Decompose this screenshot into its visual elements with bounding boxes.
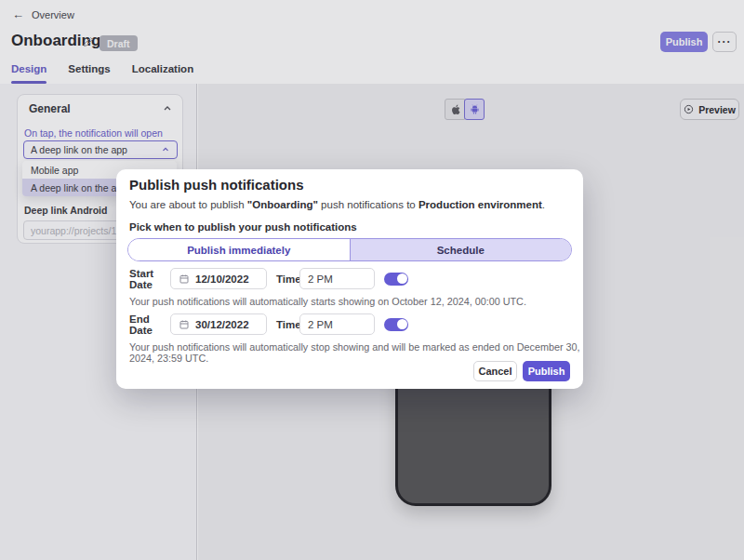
start-date-input[interactable]: 12/10/2022 <box>170 268 267 289</box>
app-root: ← Overview Onboarding Draft Publish ··· … <box>0 0 744 560</box>
segment-schedule[interactable]: Schedule <box>351 239 572 260</box>
publish-button-modal[interactable]: Publish <box>523 361 570 381</box>
start-schedule-toggle[interactable] <box>384 273 408 286</box>
intro-campaign-name: "Onboarding" <box>247 199 318 210</box>
toggle-knob <box>397 273 407 284</box>
end-time-label: Time <box>276 319 301 330</box>
start-time-label: Time <box>276 273 301 285</box>
end-date-value: 30/12/2022 <box>195 319 249 330</box>
start-time-input[interactable]: 2 PM <box>299 268 375 289</box>
segment-publish-immediately[interactable]: Publish immediately <box>128 239 351 260</box>
end-time-input[interactable]: 2 PM <box>299 313 375 335</box>
end-schedule-toggle[interactable] <box>384 318 408 331</box>
modal-footer: Cancel Publish <box>473 361 570 381</box>
start-time-value: 2 PM <box>308 273 333 285</box>
pick-when-label: Pick when to publish your push notificat… <box>129 221 357 233</box>
start-date-value: 12/10/2022 <box>195 273 249 285</box>
start-helper-text: Your push notifications will automatical… <box>129 296 526 307</box>
toggle-knob <box>397 319 407 329</box>
start-date-label: Start Date <box>129 268 153 290</box>
modal-title: Publish push notifications <box>129 177 304 193</box>
end-date-input[interactable]: 30/12/2022 <box>170 313 267 335</box>
intro-environment: Production environment <box>418 199 542 210</box>
end-date-label: End Date <box>129 313 153 336</box>
modal-intro-text: You are about to publish "Onboarding" pu… <box>129 199 545 210</box>
publish-mode-segmented-control: Publish immediately Schedule <box>127 238 572 261</box>
end-time-value: 2 PM <box>308 319 333 330</box>
calendar-icon <box>179 273 190 285</box>
publish-modal: Publish push notifications You are about… <box>116 169 583 389</box>
calendar-icon <box>179 319 190 330</box>
cancel-button[interactable]: Cancel <box>473 361 517 381</box>
